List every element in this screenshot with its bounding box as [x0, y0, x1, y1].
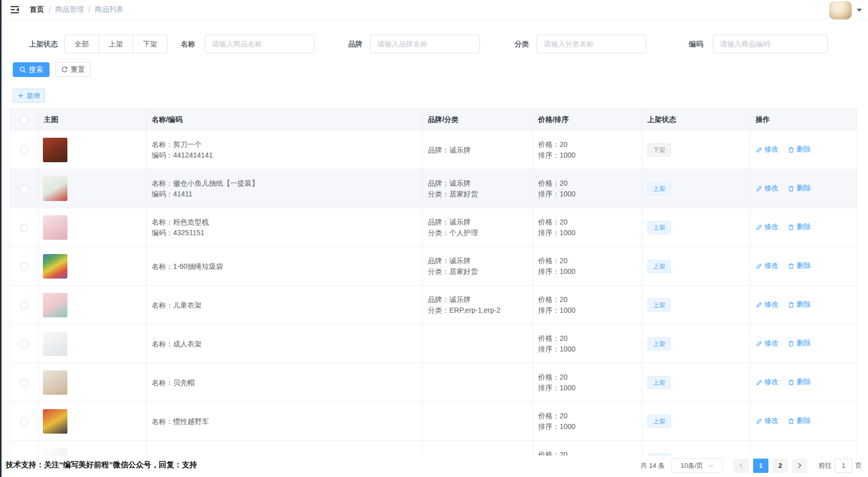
- filter-bar: 上架状态 全部 上架 下架 名称 品牌 分类 编码 搜索 重置: [2, 20, 868, 109]
- delete-icon: [788, 185, 794, 192]
- page-button-1[interactable]: 1: [753, 459, 768, 473]
- code-prefix: 编码：: [152, 229, 173, 237]
- product-code: 43251151: [173, 229, 204, 237]
- product-price: 20: [560, 140, 568, 148]
- search-button[interactable]: 搜索: [13, 62, 50, 77]
- row-checkbox[interactable]: [20, 340, 28, 348]
- product-image: [43, 215, 67, 240]
- select-all-checkbox[interactable]: [20, 116, 28, 124]
- row-checkbox[interactable]: [20, 185, 28, 193]
- goto-label: 前往: [818, 461, 832, 470]
- edit-icon: [756, 224, 762, 231]
- name-prefix: 名称：: [152, 262, 173, 270]
- add-product-button[interactable]: 新增: [13, 89, 45, 103]
- table-header-row: 主图 名称/编码 品牌/分类 价格/排序 上架状态 操作: [10, 109, 857, 131]
- page-button-2[interactable]: 2: [773, 459, 788, 473]
- edit-icon: [756, 263, 762, 269]
- product-image: [43, 293, 67, 317]
- status-option-all[interactable]: 全部: [64, 35, 99, 53]
- name-filter-input[interactable]: [205, 35, 315, 53]
- column-header-name-code: 名称/编码: [147, 109, 423, 131]
- breadcrumb-separator: /: [88, 6, 90, 14]
- product-sort: 1000: [560, 190, 575, 198]
- row-checkbox[interactable]: [20, 263, 28, 270]
- product-price: 20: [560, 412, 568, 420]
- price-prefix: 价格：: [538, 295, 560, 304]
- product-image: [43, 409, 67, 434]
- next-page-button[interactable]: [792, 459, 807, 473]
- edit-button[interactable]: 修改: [756, 222, 779, 232]
- pagination: 共 14 条 10条/页 1 2 前往 页: [640, 458, 862, 473]
- total-count: 共 14 条: [640, 461, 665, 470]
- status-tag: 上架: [647, 415, 671, 428]
- prev-page-button[interactable]: [734, 459, 749, 473]
- edit-button[interactable]: 修改: [756, 300, 779, 309]
- plus-icon: [18, 93, 23, 98]
- product-code: 4412414141: [173, 151, 213, 159]
- delete-button[interactable]: 删除: [788, 184, 811, 193]
- product-category: ERP,erp-1,erp-2: [449, 306, 500, 314]
- user-menu[interactable]: [829, 0, 862, 20]
- collapse-sidebar-icon[interactable]: [9, 4, 20, 15]
- delete-icon: [788, 146, 794, 153]
- row-checkbox[interactable]: [20, 302, 28, 309]
- status-option-off[interactable]: 下架: [133, 35, 167, 53]
- name-prefix: 名称：: [152, 140, 173, 148]
- brand-prefix: 品牌：: [428, 179, 449, 187]
- code-filter-input[interactable]: [713, 35, 828, 53]
- table-row: 名称：贝壳帽 编码： 品牌： 分类： 价格：20 排序：1000 上架: [10, 363, 857, 402]
- name-prefix: 名称：: [152, 218, 173, 226]
- breadcrumb: 首页 / 商品管理 / 商品列表: [30, 5, 124, 14]
- table-row: 名称：徽仓小鱼儿抽纸【一提装】 编码：41411 品牌：诚乐牌 分类：居家好货 …: [10, 169, 857, 208]
- edit-icon: [756, 379, 762, 386]
- price-prefix: 价格：: [538, 373, 560, 381]
- product-brand: 诚乐牌: [449, 295, 471, 304]
- row-checkbox[interactable]: [20, 146, 28, 154]
- status-option-on[interactable]: 上架: [99, 35, 133, 53]
- goto-page-input[interactable]: [835, 459, 852, 473]
- row-checkbox[interactable]: [20, 224, 28, 232]
- category-filter-input[interactable]: [537, 35, 646, 53]
- brand-prefix: 品牌：: [428, 218, 449, 226]
- edit-button[interactable]: 修改: [756, 261, 779, 270]
- sort-prefix: 排序：: [538, 229, 560, 237]
- edit-button[interactable]: 修改: [756, 378, 779, 387]
- collapsed-sidebar: [0, 0, 2, 477]
- edit-button[interactable]: 修改: [756, 184, 779, 193]
- breadcrumb-parent[interactable]: 商品管理: [55, 5, 84, 14]
- row-checkbox[interactable]: [20, 379, 28, 387]
- brand-filter-input[interactable]: [370, 35, 480, 53]
- support-text: 技术支持：关注“编写美好前程”微信公众号，回复：支持: [6, 460, 197, 470]
- delete-button[interactable]: 删除: [788, 416, 811, 425]
- delete-button[interactable]: 删除: [788, 222, 811, 232]
- reset-button[interactable]: 重置: [55, 62, 91, 77]
- brand-prefix: 品牌：: [428, 257, 449, 265]
- delete-button[interactable]: 删除: [788, 300, 811, 309]
- footer: 技术支持：关注“编写美好前程”微信公众号，回复：支持 共 14 条 10条/页 …: [2, 456, 868, 477]
- edit-button[interactable]: 修改: [756, 145, 779, 154]
- delete-button[interactable]: 删除: [788, 145, 811, 154]
- column-header-price-sort: 价格/排序: [533, 109, 642, 131]
- product-sort: 1000: [560, 384, 575, 392]
- delete-button[interactable]: 删除: [788, 261, 811, 270]
- edit-icon: [756, 146, 762, 153]
- delete-button[interactable]: 删除: [788, 339, 811, 348]
- name-prefix: 名称：: [152, 379, 173, 387]
- product-brand: 诚乐牌: [449, 218, 471, 226]
- delete-button[interactable]: 删除: [788, 378, 811, 387]
- brand-prefix: 品牌：: [428, 146, 449, 154]
- edit-button[interactable]: 修改: [756, 416, 779, 425]
- breadcrumb-home[interactable]: 首页: [30, 5, 44, 14]
- product-table: 主图 名称/编码 品牌/分类 价格/排序 上架状态 操作 名称：剪刀一个 编码：…: [10, 109, 858, 456]
- page-size-select[interactable]: 10条/页: [671, 458, 722, 473]
- avatar[interactable]: [829, 1, 852, 19]
- product-image: [43, 254, 67, 279]
- edit-button[interactable]: 修改: [756, 339, 779, 348]
- price-prefix: 价格：: [538, 179, 560, 187]
- product-image: [43, 332, 67, 356]
- row-checkbox[interactable]: [20, 418, 28, 425]
- category-filter-label: 分类: [515, 35, 529, 53]
- table-row: 名称：惯性越野车 编码： 品牌： 分类： 价格：20 排序：1000 上架: [10, 402, 857, 441]
- category-prefix: 分类：: [428, 229, 449, 237]
- price-prefix: 价格：: [538, 140, 560, 148]
